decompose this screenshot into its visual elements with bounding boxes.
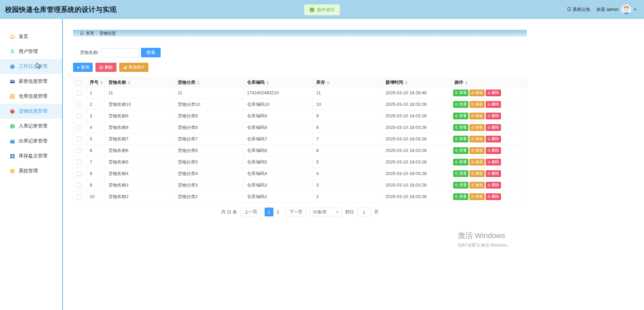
circle-x-icon [487, 126, 491, 129]
row-checkbox[interactable] [77, 91, 82, 95]
view-button[interactable]: 查看 [453, 193, 468, 200]
page-number-button[interactable]: 2 [273, 208, 282, 216]
edit-button[interactable]: 修改 [469, 193, 485, 200]
cell-name: 货物名称10 [105, 99, 174, 110]
sort-caret-icon[interactable] [100, 81, 103, 84]
row-delete-button[interactable]: 删除 [486, 182, 501, 189]
goods-icon [10, 109, 15, 114]
sidebar-item-worklog[interactable]: 工作日志管理 [0, 59, 62, 74]
sidebar-item-warehouse[interactable]: 仓库信息管理 [0, 89, 62, 104]
page-size-select[interactable]: 10条/页 [310, 208, 342, 216]
edit-button[interactable]: 修改 [469, 182, 485, 189]
goto-page-input[interactable] [357, 208, 371, 216]
sidebar-item-home[interactable]: 首页 [0, 29, 62, 44]
breadcrumb-current: 货物信息 [100, 31, 116, 36]
row-delete-button[interactable]: 删除 [486, 136, 501, 142]
row-delete-button[interactable]: 删除 [486, 113, 501, 119]
sidebar-item-salary[interactable]: 薪资信息管理 [0, 74, 62, 89]
stock-stats-button[interactable]: 库存统计 [119, 63, 148, 72]
sort-caret-icon[interactable] [465, 81, 468, 84]
sidebar-item-outbound[interactable]: 出库记录管理 [0, 134, 62, 149]
sidebar-item-inventory[interactable]: 库存盘点管理 [0, 149, 62, 163]
edit-button[interactable]: 修改 [469, 159, 485, 166]
row-delete-button[interactable]: 删除 [486, 124, 501, 131]
view-button[interactable]: 查看 [453, 101, 468, 108]
avatar[interactable] [621, 4, 631, 15]
edit-button[interactable]: 修改 [469, 124, 485, 131]
cell-category: 货物分类8 [174, 122, 244, 133]
sort-caret-icon[interactable] [128, 81, 130, 84]
goods-name-input[interactable] [101, 48, 139, 57]
view-button[interactable]: 查看 [453, 124, 468, 131]
view-button[interactable]: 查看 [453, 170, 468, 177]
table-body: 111111741602483210112025-03-10 18:28:48查… [73, 87, 527, 202]
cell-code: 仓库编码6 [244, 145, 313, 156]
row-delete-button[interactable]: 删除 [486, 90, 501, 96]
cell-name: 货物名称4 [105, 168, 174, 179]
row-checkbox[interactable] [77, 125, 82, 130]
view-button[interactable]: 查看 [453, 90, 468, 96]
edit-button[interactable]: 修改 [469, 101, 485, 108]
sort-caret-icon[interactable] [327, 81, 329, 84]
column-header[interactable]: 货物分类 [174, 78, 244, 87]
column-header[interactable]: 序号 [86, 78, 105, 87]
sidebar-item-system[interactable]: 系统管理 [0, 163, 62, 178]
column-header[interactable]: 货物名称 [105, 78, 174, 87]
table-row: 9货物名称3货物分类3仓库编码332025-03-10 18:03:26查看修改… [73, 179, 527, 191]
row-checkbox[interactable] [77, 102, 82, 107]
sort-caret-icon[interactable] [405, 81, 408, 84]
row-delete-button[interactable]: 删除 [486, 193, 501, 200]
column-header[interactable]: 仓库编码 [244, 78, 313, 87]
worklog-icon [10, 64, 15, 70]
row-delete-button[interactable]: 删除 [486, 159, 501, 166]
select-all-checkbox[interactable] [77, 80, 82, 85]
sort-caret-icon[interactable] [266, 81, 269, 84]
edit-button[interactable]: 修改 [469, 136, 485, 142]
row-delete-button[interactable]: 删除 [486, 147, 501, 154]
next-page-button[interactable]: 下一页 [286, 208, 306, 216]
sidebar-item-goods[interactable]: 货物信息管理 [0, 104, 62, 119]
breadcrumb-home[interactable]: 首页 [86, 31, 94, 36]
cell-no: 6 [86, 145, 105, 156]
system-notice-link[interactable]: 系统公告 [567, 6, 590, 13]
outbound-icon [10, 138, 15, 144]
edit-button[interactable]: 修改 [469, 147, 485, 154]
row-checkbox[interactable] [77, 148, 82, 153]
page-number-button[interactable]: 1 [265, 208, 273, 216]
column-header[interactable]: 库存 [313, 78, 382, 87]
row-checkbox[interactable] [77, 183, 82, 188]
search-button[interactable]: 搜索 [141, 48, 161, 57]
view-button[interactable]: 查看 [453, 182, 468, 189]
cell-time: 2025-03-10 18:03:26 [382, 122, 451, 133]
view-button[interactable]: 查看 [453, 159, 468, 166]
row-checkbox[interactable] [77, 171, 82, 176]
view-button[interactable]: 查看 [453, 147, 468, 154]
view-button[interactable]: 查看 [453, 113, 468, 119]
chevron-down-icon[interactable] [634, 9, 637, 11]
magnifier-icon [455, 137, 458, 141]
view-button[interactable]: 查看 [453, 136, 468, 142]
edit-button[interactable]: 修改 [469, 90, 485, 96]
sort-caret-icon[interactable] [197, 81, 200, 84]
row-checkbox[interactable] [77, 114, 82, 118]
batch-delete-button[interactable]: 删除 [95, 63, 117, 72]
header-checkbox-cell [73, 78, 86, 87]
cell-stock: 5 [313, 156, 382, 168]
delete-label: 删除 [105, 64, 113, 70]
edit-button[interactable]: 修改 [469, 113, 485, 119]
row-delete-button[interactable]: 删除 [486, 170, 501, 177]
prev-page-button[interactable]: 上一页 [240, 208, 261, 216]
row-checkbox[interactable] [77, 137, 82, 141]
cell-time: 2025-03-10 18:03:26 [382, 99, 451, 110]
edit-icon [471, 126, 475, 129]
column-header[interactable]: 新增时间 [382, 78, 451, 87]
edit-button[interactable]: 修改 [469, 170, 485, 177]
add-button[interactable]: + 新增 [73, 63, 93, 72]
sidebar-item-inbound[interactable]: 入库记录管理 [0, 119, 62, 134]
row-delete-button[interactable]: 删除 [486, 101, 501, 108]
row-checkbox[interactable] [77, 194, 82, 199]
column-header[interactable]: 操作 [451, 78, 527, 87]
row-checkbox[interactable] [77, 160, 82, 164]
sidebar-item-user[interactable]: 用户管理 [0, 44, 62, 59]
magnifier-icon [455, 183, 458, 187]
